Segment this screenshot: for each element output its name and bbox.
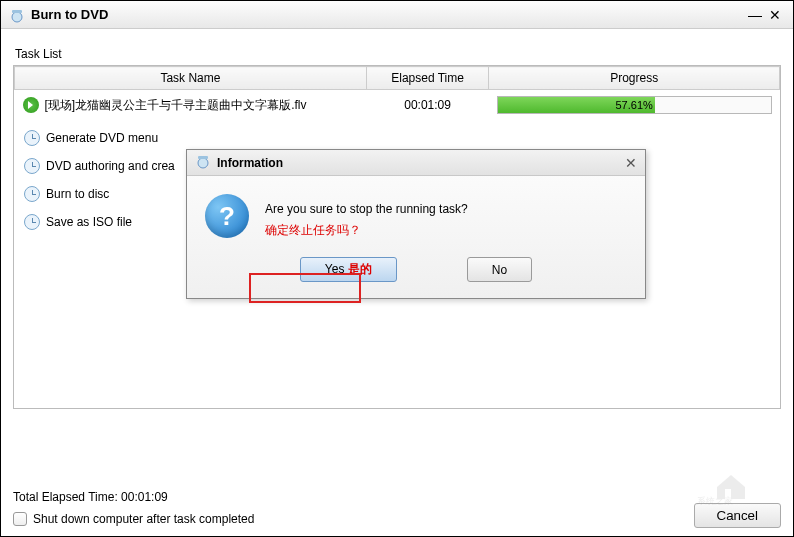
minimize-button[interactable]: — — [745, 7, 765, 23]
clock-icon — [24, 214, 40, 230]
task-elapsed: 00:01:09 — [366, 90, 488, 121]
task-name: [现场]龙猫幽灵公主千与千寻主题曲中文字幕版.flv — [45, 97, 307, 114]
col-elapsed-time: Elapsed Time — [366, 67, 488, 90]
task-row-active[interactable]: [现场]龙猫幽灵公主千与千寻主题曲中文字幕版.flv 00:01:09 57.6… — [15, 90, 780, 121]
progress-bar: 57.61% — [497, 96, 772, 114]
confirm-dialog: Information ✕ ? Are you sure to stop the… — [186, 149, 646, 299]
window-titlebar: Burn to DVD — ✕ — [1, 1, 793, 29]
clock-icon — [24, 158, 40, 174]
play-icon — [23, 97, 39, 113]
table-header-row: Task Name Elapsed Time Progress — [15, 67, 780, 90]
clock-icon — [24, 186, 40, 202]
dialog-title: Information — [217, 156, 625, 170]
dialog-close-button[interactable]: ✕ — [625, 155, 637, 171]
task-table: Task Name Elapsed Time Progress [现场]龙猫幽灵… — [14, 66, 780, 120]
task-list-label: Task List — [15, 47, 781, 61]
svg-rect-3 — [198, 156, 208, 159]
progress-text: 57.61% — [498, 97, 771, 113]
question-icon: ? — [205, 194, 249, 238]
window-title: Burn to DVD — [31, 7, 745, 22]
shutdown-label: Shut down computer after task completed — [33, 512, 254, 526]
svg-point-2 — [198, 158, 208, 168]
info-icon — [195, 153, 211, 172]
app-icon — [9, 7, 25, 23]
col-task-name: Task Name — [15, 67, 367, 90]
svg-text:系统之家: 系统之家 — [697, 496, 733, 505]
close-button[interactable]: ✕ — [765, 7, 785, 23]
pending-label: DVD authoring and crea — [46, 159, 175, 173]
clock-icon — [24, 130, 40, 146]
dialog-sub-message: 确定终止任务吗？ — [265, 222, 468, 239]
col-progress: Progress — [489, 67, 780, 90]
pending-item[interactable]: Generate DVD menu — [14, 124, 780, 152]
dialog-message: Are you sure to stop the running task? — [265, 202, 468, 216]
shutdown-checkbox[interactable] — [13, 512, 27, 526]
yes-button[interactable]: Yes 是的 — [300, 257, 397, 282]
watermark: 系统之家 — [697, 461, 787, 508]
no-button[interactable]: No — [467, 257, 532, 282]
dialog-titlebar: Information ✕ — [187, 150, 645, 176]
footer: Total Elapsed Time: 00:01:09 Shut down c… — [13, 490, 781, 526]
total-elapsed-label: Total Elapsed Time: 00:01:09 — [13, 490, 781, 504]
pending-label: Generate DVD menu — [46, 131, 158, 145]
svg-rect-1 — [12, 10, 22, 13]
svg-point-0 — [12, 12, 22, 22]
pending-label: Save as ISO file — [46, 215, 132, 229]
pending-label: Burn to disc — [46, 187, 109, 201]
